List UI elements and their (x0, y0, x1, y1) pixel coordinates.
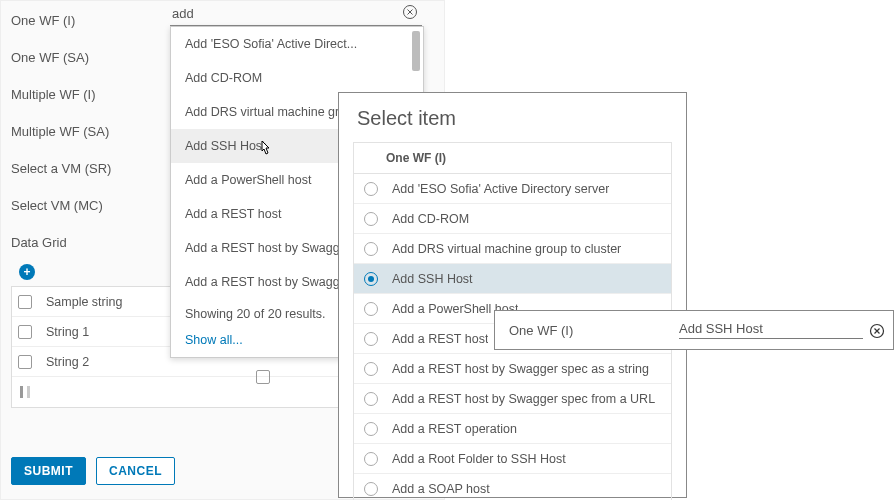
option-label: Add a SOAP host (392, 482, 490, 496)
cell: String 1 (46, 325, 89, 339)
option-label: Add a Root Folder to SSH Host (392, 452, 566, 466)
form-actions: SUBMIT CANCEL (11, 457, 175, 485)
chip-value-field[interactable]: Add SSH Host (679, 321, 863, 339)
radio-icon (364, 482, 378, 496)
dialog-list-header: One WF (I) (354, 143, 671, 174)
dialog-option[interactable]: Add CD-ROM (354, 204, 671, 234)
radio-icon (364, 242, 378, 256)
radio-icon (364, 422, 378, 436)
radio-icon (364, 452, 378, 466)
dialog-title: Select item (339, 93, 686, 142)
radio-icon (364, 272, 378, 286)
dialog-option[interactable]: Add a REST host by Swagger spec from a U… (354, 384, 671, 414)
select-item-dialog: Select item One WF (I) Add 'ESO Sofia' A… (338, 92, 687, 498)
chip-label: One WF (I) (509, 323, 679, 338)
close-icon[interactable] (869, 323, 885, 339)
column-toggle-icon[interactable] (20, 386, 30, 398)
option-label: Add CD-ROM (392, 212, 469, 226)
option-label: Add a REST host by Swagger spec as a str… (392, 362, 649, 376)
selection-chip: One WF (I) Add SSH Host (494, 310, 894, 350)
ac-option-label: Add SSH Host (185, 139, 266, 153)
dialog-option[interactable]: Add a Root Folder to SSH Host (354, 444, 671, 474)
radio-icon (364, 362, 378, 376)
ac-option[interactable]: Add CD-ROM (171, 61, 423, 95)
chip-value: Add SSH Host (679, 321, 763, 336)
standalone-checkbox[interactable] (256, 370, 270, 384)
radio-icon (364, 392, 378, 406)
option-label: Add a REST host by Swagger spec from a U… (392, 392, 655, 406)
dialog-option[interactable]: Add 'ESO Sofia' Active Directory server (354, 174, 671, 204)
row-checkbox[interactable] (18, 355, 32, 369)
select-all-checkbox[interactable] (18, 295, 32, 309)
row-checkbox[interactable] (18, 325, 32, 339)
dialog-option[interactable]: Add a REST host by Swagger spec as a str… (354, 354, 671, 384)
option-label: Add a REST operation (392, 422, 517, 436)
ac-option[interactable]: Add 'ESO Sofia' Active Direct... (171, 27, 423, 61)
add-circle-icon[interactable]: + (19, 264, 35, 280)
cancel-button[interactable]: CANCEL (96, 457, 175, 485)
dialog-option[interactable]: Add DRS virtual machine group to cluster (354, 234, 671, 264)
scrollbar-thumb[interactable] (412, 31, 420, 71)
option-label: Add a REST host (392, 332, 488, 346)
option-label: Add SSH Host (392, 272, 473, 286)
dialog-option[interactable]: Add a REST operation (354, 414, 671, 444)
clear-icon[interactable] (402, 4, 418, 20)
option-label: Add 'ESO Sofia' Active Directory server (392, 182, 609, 196)
cell: String 2 (46, 355, 89, 369)
radio-icon (364, 182, 378, 196)
radio-icon (364, 302, 378, 316)
submit-button[interactable]: SUBMIT (11, 457, 86, 485)
radio-icon (364, 332, 378, 346)
workflow-search-input[interactable] (170, 4, 422, 26)
option-label: Add DRS virtual machine group to cluster (392, 242, 621, 256)
radio-icon (364, 212, 378, 226)
column-header: Sample string (46, 295, 122, 309)
dialog-option[interactable]: Add a SOAP host (354, 474, 671, 500)
dialog-option[interactable]: Add SSH Host (354, 264, 671, 294)
